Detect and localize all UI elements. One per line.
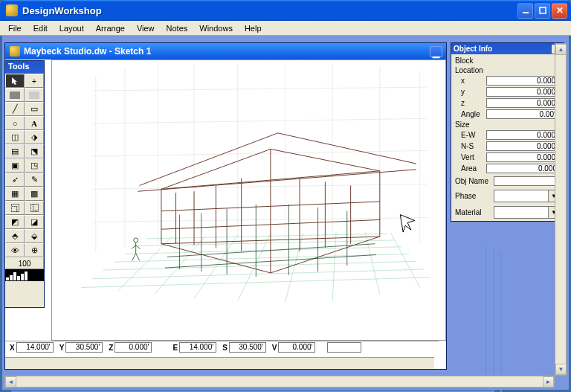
coord-label-z: Z (107, 344, 114, 352)
workspace-scrollbar-horizontal[interactable]: ◄ ► (4, 376, 555, 388)
coord-label-y: Y (58, 344, 66, 352)
menu-notes[interactable]: Notes (161, 22, 193, 34)
scroll-down-button[interactable]: ▼ (555, 364, 567, 375)
document-icon (10, 46, 20, 57)
size-label: Size (455, 120, 560, 129)
menu-arrange[interactable]: Arrange (91, 22, 130, 34)
menu-layout[interactable]: Layout (54, 22, 89, 34)
maximize-button[interactable] (535, 3, 550, 19)
area-field[interactable]: 0.000 (486, 164, 560, 173)
material-select[interactable]: ▼ (494, 206, 560, 219)
tool-3d-b[interactable]: ⬙ (25, 229, 44, 243)
tool-grid-a[interactable]: ▦ (5, 187, 25, 201)
tools-title[interactable]: Tools (5, 61, 44, 74)
document-minimize-button[interactable]: ▁ (430, 46, 442, 57)
tool-box1[interactable]: ▣ (5, 158, 25, 173)
tool-persp-a[interactable]: ⿹ (5, 201, 25, 215)
loc-x-field[interactable]: 0.000' (486, 76, 560, 86)
coord-label-x: X (8, 344, 16, 352)
coord-label-s: S (221, 344, 229, 352)
object-info-title-bar[interactable]: Object Info ✕ (451, 43, 564, 54)
close-button[interactable]: ✕ (552, 3, 567, 19)
document-title: Maybeck Studio.dw - Sketch 1 (24, 46, 430, 57)
menu-edit[interactable]: Edit (28, 22, 53, 34)
scroll-up-button[interactable]: ▲ (555, 44, 567, 55)
object-info-panel[interactable]: Object Info ✕ Block Location x0.000' y0.… (451, 42, 564, 222)
tool-brush[interactable]: ✎ (25, 173, 44, 187)
loc-x-label: x (455, 77, 486, 85)
app-icon (6, 4, 18, 16)
document-window: Maybeck Studio.dw - Sketch 1 ▁ (4, 42, 447, 370)
svg-rect-3 (10, 91, 20, 99)
menu-bar: File Edit Layout Arrange View Notes Wind… (0, 21, 571, 36)
tool-crosshair[interactable]: + (25, 74, 44, 88)
menu-file[interactable]: File (3, 22, 27, 34)
ew-label: E-W (455, 131, 486, 139)
phase-select[interactable]: ▼ (494, 190, 560, 202)
tool-circle[interactable]: ○ (5, 116, 25, 130)
coord-y[interactable]: 30.500' (65, 342, 103, 353)
workspace-scrollbar-vertical[interactable]: ▲ ▼ (555, 43, 567, 376)
coord-s[interactable]: 30.500' (229, 342, 266, 353)
tool-grid-b[interactable]: ▩ (25, 187, 44, 201)
ns-field[interactable]: 0.000' (486, 141, 560, 151)
loc-y-label: y (455, 88, 486, 96)
tool-extrude[interactable]: ⬗ (25, 130, 44, 144)
mdi-workspace: Maybeck Studio.dw - Sketch 1 ▁ (2, 36, 569, 390)
menu-help[interactable]: Help (239, 22, 267, 34)
ns-label: N-S (455, 142, 486, 150)
scroll-left-button[interactable]: ◄ (5, 376, 16, 388)
coord-label-e: E (171, 344, 179, 352)
ew-field[interactable]: 0.000' (486, 130, 560, 140)
tool-box2[interactable]: ◳ (25, 158, 44, 173)
area-label: Area (455, 164, 486, 173)
window-title-bar: DesignWorkshop ✕ (0, 0, 571, 21)
loc-z-label: z (455, 99, 486, 107)
vert-field[interactable]: 0.000' (486, 152, 560, 162)
app-title: DesignWorkshop (22, 5, 517, 16)
coord-extra[interactable] (327, 342, 361, 353)
tool-cube[interactable]: ◫ (5, 130, 25, 144)
loc-y-field[interactable]: 0.000' (486, 87, 560, 97)
objname-label: Obj Name (455, 177, 494, 185)
document-scrollbar-horizontal[interactable] (5, 357, 434, 369)
minimize-button[interactable] (517, 3, 533, 19)
tool-rect[interactable]: ▭ (25, 102, 44, 116)
tool-eye[interactable]: 👁 (5, 243, 25, 257)
scroll-right-button[interactable]: ► (543, 376, 554, 388)
tool-persp-b[interactable]: ⿺ (25, 201, 44, 215)
loc-z-field[interactable]: 0.000' (486, 98, 560, 108)
zoom-value[interactable]: 100 (5, 257, 44, 269)
coord-x[interactable]: 14.000' (16, 342, 54, 353)
tools-palette[interactable]: Tools + ╱ ▭ ○ A ◫ ⬗ ▤ ⬔ ▣ ◳ ➶ ✎ ▦ ▩ ⿹ ⿺ … (4, 60, 45, 308)
document-title-bar[interactable]: Maybeck Studio.dw - Sketch 1 ▁ (5, 43, 446, 60)
object-info-title: Object Info (454, 45, 552, 53)
drawing-canvas[interactable] (51, 60, 446, 341)
tool-cube-a[interactable]: ◩ (5, 215, 25, 229)
tool-target[interactable]: ⊕ (25, 243, 44, 257)
coordinates-bar: X 14.000' Y 30.500' Z 0.000' E 14.000' S… (5, 341, 439, 353)
tool-text[interactable]: A (25, 116, 44, 130)
material-label: Material (455, 208, 494, 216)
menu-view[interactable]: View (132, 22, 160, 34)
tool-hatch-dots[interactable] (25, 88, 44, 102)
angle-field[interactable]: 0.00° (486, 109, 560, 119)
tool-histogram (5, 269, 44, 281)
tool-roof[interactable]: ⬔ (25, 144, 44, 158)
coord-e[interactable]: 14.000' (179, 342, 216, 353)
tool-arrow[interactable] (5, 74, 25, 88)
tool-wall[interactable]: ▤ (5, 144, 25, 158)
coord-v[interactable]: 0.000' (278, 342, 315, 353)
tool-hatch-dense[interactable] (5, 88, 25, 102)
menu-windows[interactable]: Windows (194, 22, 238, 34)
block-label: Block (455, 56, 560, 65)
tool-cube-b[interactable]: ◪ (25, 215, 44, 229)
tool-line[interactable]: ╱ (5, 102, 25, 116)
coord-z[interactable]: 0.000' (114, 342, 152, 353)
location-label: Location (455, 65, 560, 75)
svg-point-2 (134, 238, 138, 242)
tool-eyedropper[interactable]: ➶ (5, 173, 25, 187)
svg-rect-4 (29, 91, 39, 99)
tool-3d-a[interactable]: ⬘ (5, 229, 25, 243)
objname-field[interactable] (494, 176, 560, 186)
